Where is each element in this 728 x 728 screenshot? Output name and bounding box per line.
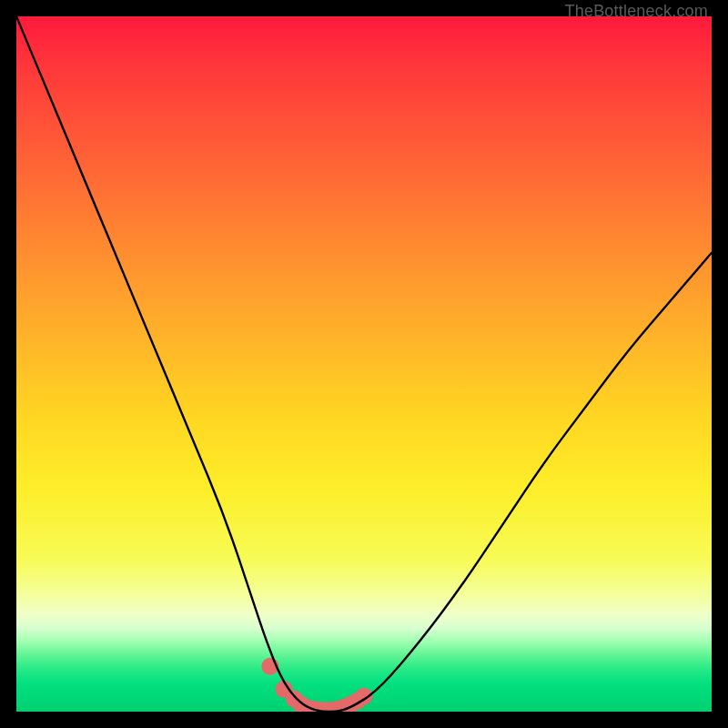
watermark-text: TheBottleneck.com: [565, 2, 708, 21]
bottleneck-curve: [16, 16, 712, 712]
chart-frame: TheBottleneck.com: [0, 0, 728, 728]
plot-area: [16, 16, 712, 712]
curve-layer: [16, 16, 712, 712]
